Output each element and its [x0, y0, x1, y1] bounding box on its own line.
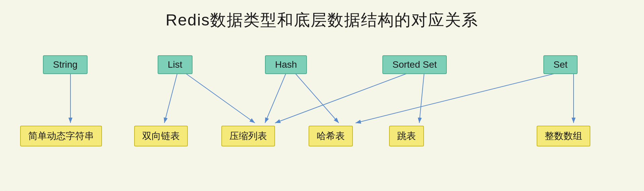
top-box-hash: Hash [265, 55, 307, 74]
bottom-box-hashtable: 哈希表 [309, 126, 353, 146]
svg-line-7 [275, 71, 413, 123]
top-box-string: String [43, 55, 88, 74]
bottom-box-linkedlist: 双向链表 [134, 126, 188, 146]
svg-line-5 [293, 71, 339, 123]
top-box-list: List [158, 55, 193, 74]
page-title: Redis数据类型和底层数据结构的对应关系 [0, 0, 644, 31]
svg-line-8 [356, 71, 564, 123]
main-container: Redis数据类型和底层数据结构的对应关系 [0, 0, 644, 191]
bottom-box-skiplist: 跳表 [389, 126, 424, 146]
svg-line-4 [265, 71, 287, 123]
top-box-set: Set [543, 55, 578, 74]
bottom-box-intset: 整数数组 [537, 126, 590, 146]
top-box-sorted-set: Sorted Set [382, 55, 447, 74]
bottom-box-ziplist: 压缩列表 [221, 126, 275, 146]
svg-line-3 [183, 71, 255, 123]
svg-line-6 [419, 71, 424, 123]
svg-line-2 [164, 71, 178, 123]
bottom-box-sds: 简单动态字符串 [20, 126, 102, 146]
diagram-area: String List Hash Sorted Set Set 简单动态字符串 … [0, 49, 644, 191]
